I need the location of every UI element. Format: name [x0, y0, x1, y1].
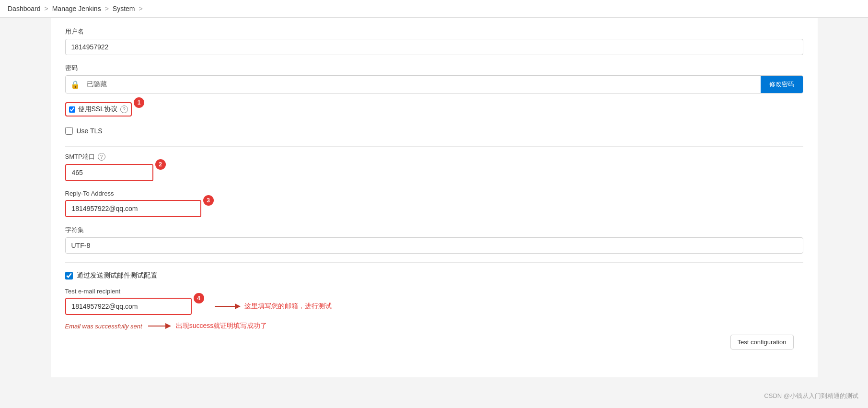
- smtp-port-section: SMTP端口 ? 2: [65, 152, 803, 181]
- success-text: Email was successfully sent: [65, 323, 142, 330]
- annotation-badge-1: 1: [134, 97, 144, 108]
- password-hidden-text: 已隐藏: [85, 76, 761, 93]
- ssl-label[interactable]: 使用SSL协议: [78, 105, 117, 114]
- reply-to-section: Reply-To Address 3: [65, 190, 803, 217]
- breadcrumb-sep-2: >: [105, 5, 109, 12]
- success-note: 出现success就证明填写成功了: [176, 322, 267, 330]
- ssl-highlight-box: 使用SSL协议 ?: [65, 102, 132, 117]
- success-arrow: [147, 322, 171, 330]
- username-section: 用户名: [65, 27, 803, 55]
- test-email-checkbox-row: 通过发送测试邮件测试配置: [65, 268, 803, 283]
- username-label: 用户名: [65, 27, 803, 36]
- smtp-port-label: SMTP端口: [65, 152, 95, 161]
- tls-row: Use TLS: [65, 124, 803, 138]
- charset-input[interactable]: [65, 237, 803, 254]
- main-content: 用户名 密码 🔒 已隐藏 修改密码 使用SSL协议 ? 1 Use TLS: [51, 18, 818, 377]
- test-email-section: 通过发送测试邮件测试配置 Test e-mail recipient 4: [65, 268, 803, 359]
- annotation-badge-3: 3: [203, 195, 214, 206]
- password-label: 密码: [65, 64, 803, 72]
- smtp-port-help-icon[interactable]: ?: [98, 153, 105, 161]
- password-row: 🔒 已隐藏 修改密码: [65, 75, 803, 93]
- breadcrumb-dashboard[interactable]: Dashboard: [8, 5, 41, 12]
- change-password-button[interactable]: 修改密码: [761, 76, 803, 93]
- divider-2: [65, 262, 803, 263]
- annotation-arrow-4: [213, 302, 242, 311]
- lock-icon: 🔒: [66, 76, 85, 93]
- charset-label: 字符集: [65, 226, 803, 234]
- test-recipient-label: Test e-mail recipient: [65, 288, 803, 295]
- tls-label[interactable]: Use TLS: [77, 127, 103, 135]
- reply-to-input[interactable]: [66, 201, 200, 216]
- annotation-badge-2: 2: [155, 159, 166, 170]
- password-section: 密码 🔒 已隐藏 修改密码: [65, 64, 803, 93]
- annotation-text-4: 这里填写您的邮箱，进行测试: [244, 302, 332, 311]
- breadcrumb-sep-1: >: [45, 5, 48, 12]
- breadcrumb-system[interactable]: System: [113, 5, 135, 12]
- reply-to-label: Reply-To Address: [65, 190, 803, 197]
- breadcrumb-manage-jenkins[interactable]: Manage Jenkins: [52, 5, 101, 12]
- test-configuration-button[interactable]: Test configuration: [730, 335, 794, 350]
- breadcrumb-sep-3: >: [139, 5, 143, 12]
- success-row: Email was successfully sent 出现success就证明…: [65, 322, 803, 330]
- username-input[interactable]: [65, 39, 803, 55]
- ssl-help-icon[interactable]: ?: [120, 105, 128, 113]
- tls-section: Use TLS: [65, 124, 803, 138]
- ssl-checkbox[interactable]: [69, 106, 75, 113]
- charset-section: 字符集: [65, 226, 803, 254]
- annotation-badge-4: 4: [194, 293, 204, 303]
- tls-checkbox[interactable]: [65, 127, 73, 135]
- smtp-port-input[interactable]: [66, 165, 152, 180]
- breadcrumb: Dashboard > Manage Jenkins > System >: [0, 0, 868, 18]
- test-email-checkbox[interactable]: [65, 272, 73, 280]
- test-recipient-input[interactable]: [66, 299, 191, 314]
- ssl-section: 使用SSL协议 ? 1: [65, 102, 803, 117]
- divider-1: [65, 146, 803, 147]
- test-email-label[interactable]: 通过发送测试邮件测试配置: [77, 271, 157, 280]
